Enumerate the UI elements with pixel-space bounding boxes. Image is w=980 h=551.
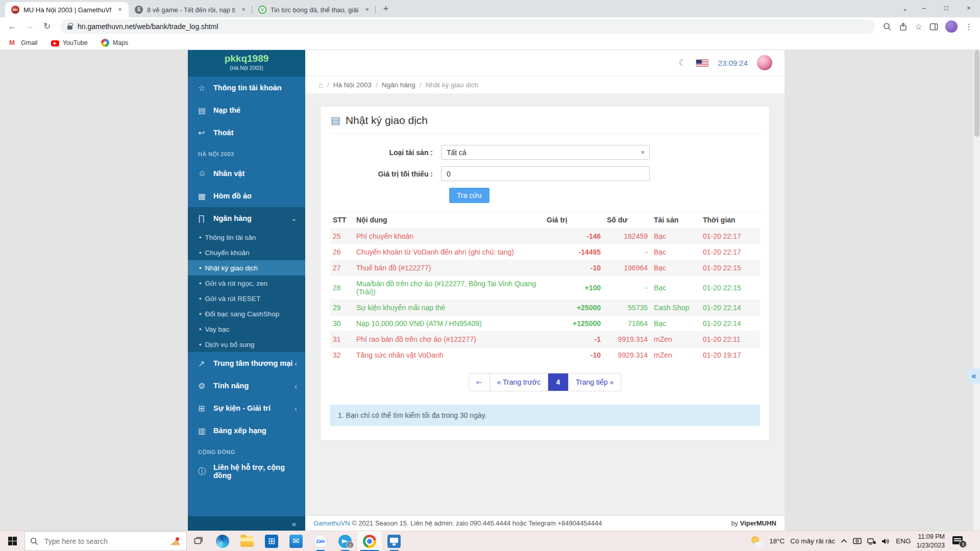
sidebar-subitem[interactable]: •Thông tin tài sản <box>188 230 305 245</box>
tab-close-icon[interactable]: × <box>362 5 372 14</box>
table-row[interactable]: 26Chuyển khoản từ VoDanh đến ahri (ghi c… <box>330 244 760 260</box>
browser-profile-avatar[interactable] <box>945 20 958 33</box>
min-value-input[interactable] <box>441 166 650 181</box>
chevron-icon: ‹ <box>295 359 297 368</box>
sidebar-item[interactable]: ⚙Tính năng‹ <box>188 374 305 397</box>
sidebar-item[interactable]: ↩Thoát <box>188 121 305 144</box>
bookmark-star-icon[interactable]: ☆ <box>915 21 922 32</box>
url-text[interactable]: hn.gamethuvn.net/web/bank/trade_log.shtm… <box>78 22 218 31</box>
address-bar[interactable]: hn.gamethuvn.net/web/bank/trade_log.shtm… <box>60 19 875 34</box>
sidebar-subitem[interactable]: •Dịch vụ bổ sung <box>188 337 305 352</box>
search-highlight-image[interactable] <box>169 537 181 546</box>
task-view-button[interactable] <box>187 531 210 551</box>
bookmark-maps[interactable]: Maps <box>101 39 129 47</box>
language-flag-icon[interactable] <box>696 59 709 67</box>
footer-brand-link[interactable]: GamethuVN <box>313 519 350 527</box>
tab-close-icon[interactable]: × <box>115 5 125 14</box>
sidebar-subitem[interactable]: •Vay bạc <box>188 321 305 337</box>
minimize-button[interactable]: – <box>913 0 935 17</box>
weather-icon[interactable] <box>750 536 764 547</box>
collapse-sidebar-icon[interactable]: « <box>292 519 296 528</box>
cast-icon[interactable] <box>853 538 862 545</box>
browser-tab[interactable]: MU Hà Nội 2003 | GamethuVN.ne× <box>5 2 129 17</box>
asset-type-select[interactable]: Tất cả ▾ <box>441 145 650 160</box>
taskbar-edge-button[interactable] <box>210 531 235 551</box>
dark-mode-icon[interactable]: ☾ <box>678 58 686 68</box>
sidebar-collapse-bar[interactable]: « <box>188 516 305 531</box>
table-row[interactable]: 29Sự kiện khuyến mãi nạp thẻ+2500055735C… <box>330 300 760 316</box>
sidebar-subitem[interactable]: •Nhật ký giao dịch <box>188 260 305 276</box>
bookmark-youtube[interactable]: YouTube <box>51 39 88 46</box>
search-button[interactable]: Tra cứu <box>449 188 489 203</box>
taskbar-search[interactable] <box>24 531 187 551</box>
next-page-button[interactable]: Trang tiếp » <box>569 373 621 391</box>
taskbar-store-button[interactable] <box>259 531 284 551</box>
current-page[interactable]: 4 <box>548 373 569 391</box>
sidebar-item[interactable]: ▤Nạp thẻ <box>188 99 305 121</box>
sidebar-item[interactable]: ☆Thông tin tài khoản <box>188 77 305 99</box>
sidebar-item[interactable]: ▥Bảng xếp hạng <box>188 419 305 442</box>
language-indicator[interactable]: ENG <box>896 537 911 545</box>
first-page-button[interactable]: ⇤ <box>469 373 490 391</box>
taskbar-zalo-button[interactable] <box>308 531 333 551</box>
network-icon[interactable] <box>867 538 876 545</box>
home-icon[interactable]: ⌂ <box>318 81 323 89</box>
table-row[interactable]: 32Tăng sức nhân vật VoDanh-109929.314mZe… <box>330 347 760 363</box>
scrollbar[interactable] <box>973 50 980 531</box>
cell-time: 01-20 22:15 <box>700 276 760 300</box>
taskbar-clock[interactable]: 11:09 PM 1/23/2023 <box>916 533 945 549</box>
table-row[interactable]: 28Mua/bán đồ trên chợ ảo (#122277, Bông … <box>330 276 760 300</box>
padlock-icon[interactable] <box>67 26 72 30</box>
bookmark-gmail[interactable]: Gmail <box>9 39 38 47</box>
sidebar-subitem[interactable]: •Gửi và rút RESET <box>188 291 305 306</box>
browser-tab[interactable]: 8 vẽ game - Tết đến rồi, nạp thẻ× <box>129 2 252 17</box>
back-icon[interactable]: ← <box>5 19 19 34</box>
sidebar-item[interactable]: ⊞Sự kiện - Giải trí‹ <box>188 397 305 419</box>
user-avatar[interactable] <box>757 55 772 70</box>
cell-value: -14495 <box>544 244 604 260</box>
tab-close-icon[interactable]: × <box>239 5 248 14</box>
table-row[interactable]: 31Phí rao bán đồ trên chợ ảo (#122277)-1… <box>330 332 760 347</box>
table-row[interactable]: 27Thuế bán đồ (#122277)-10196964Bạc01-20… <box>330 260 760 276</box>
zoom-lens-icon[interactable] <box>883 22 892 31</box>
taskbar: 2 18°C Có mây rải rác ENG 11:09 PM 1/23/… <box>0 531 980 551</box>
refresh-icon[interactable]: ↻ <box>40 19 54 34</box>
browser-tab[interactable]: Tin tức bóng đá, thể thao, giải trí× <box>252 2 376 17</box>
close-button[interactable]: × <box>958 0 980 17</box>
temperature[interactable]: 18°C <box>769 537 785 545</box>
main-column: ☾ 23:09:24 ⌂ /Hà Nội 2003/Ngân hàng/Nhật… <box>305 50 785 531</box>
breadcrumb-item[interactable]: Hà Nội 2003 <box>333 81 372 89</box>
start-button[interactable] <box>0 531 24 551</box>
forward-icon[interactable]: → <box>22 19 37 34</box>
share-icon[interactable] <box>899 22 908 31</box>
breadcrumb-item[interactable]: Ngân hàng <box>382 81 415 89</box>
side-panel-icon[interactable] <box>929 22 938 31</box>
hidden-icons-chevron[interactable] <box>841 539 847 543</box>
taskbar-chrome-button[interactable] <box>357 531 382 551</box>
volume-icon[interactable] <box>881 538 890 545</box>
browser-menu-icon[interactable]: ⋮ <box>965 22 973 32</box>
side-panel-flap[interactable]: « <box>968 368 980 384</box>
maximize-button[interactable]: □ <box>935 0 958 17</box>
notification-center-button[interactable]: 3 <box>951 535 967 548</box>
sidebar-item[interactable]: ☺Nhân vật <box>188 162 305 185</box>
scrollbar-thumb[interactable] <box>974 50 979 137</box>
sidebar-item[interactable]: ▦Hòm đồ ảo <box>188 185 305 207</box>
sidebar-item[interactable]: ↗Trung tâm thương mại‹ <box>188 352 305 374</box>
sidebar-subitem[interactable]: •Chuyển khoản <box>188 245 305 260</box>
weather-text[interactable]: Có mây rải rác <box>790 537 835 545</box>
search-input[interactable] <box>43 537 164 546</box>
table-row[interactable]: 30Nạp 10,000,000 VNĐ (ATM / HN95409)+125… <box>330 316 760 332</box>
taskbar-mail-button[interactable] <box>284 531 308 551</box>
sidebar-item[interactable]: ∏Ngân hàng⌄ <box>188 207 305 230</box>
taskbar-telegram-button[interactable]: 2 <box>333 531 357 551</box>
sidebar-subitem[interactable]: •Gửi và rút ngọc, zen <box>188 276 305 291</box>
sidebar-subitem[interactable]: •Đổi bạc sang CashShop <box>188 306 305 321</box>
taskbar-remote-app-button[interactable] <box>382 531 406 551</box>
table-row[interactable]: 25Phí chuyển khoản-146182459Bạc01-20 22:… <box>330 229 760 244</box>
taskbar-file-explorer-button[interactable] <box>235 531 259 551</box>
tab-search-icon[interactable]: ⌄ <box>897 5 913 12</box>
sidebar-item[interactable]: ⓘLiên hệ hỗ trợ, cộng đồng <box>188 460 305 483</box>
prev-page-button[interactable]: « Trang trước <box>490 373 548 391</box>
new-tab-button[interactable]: + <box>379 2 393 16</box>
